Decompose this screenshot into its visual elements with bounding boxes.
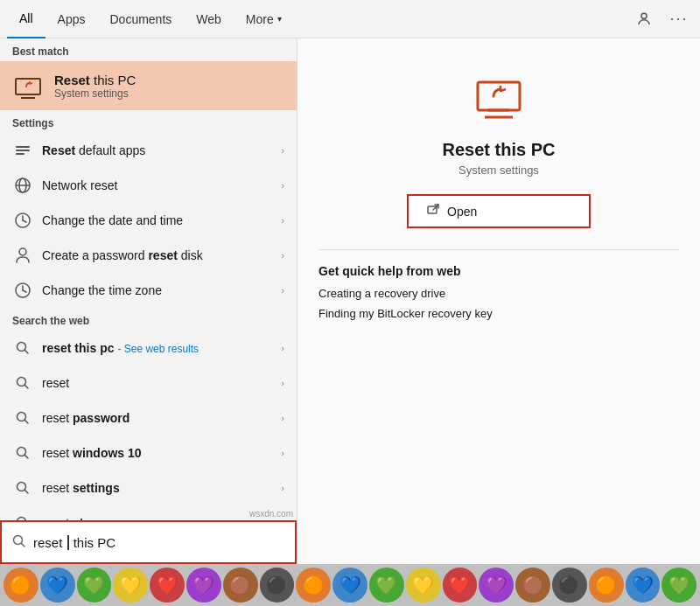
tab-more[interactable]: More ▾ [234, 0, 294, 38]
search-icon [12, 442, 33, 463]
svg-rect-6 [16, 153, 24, 155]
taskbar-app-13[interactable]: ❤️ [443, 568, 478, 603]
result-text: reset settings [42, 481, 272, 495]
separator [318, 249, 679, 250]
chevron-down-icon: ▾ [277, 14, 282, 24]
taskbar-app-11[interactable]: 💚 [369, 568, 404, 603]
right-subtitle: System settings [458, 164, 539, 177]
reset-pc-icon [12, 70, 44, 101]
taskbar-app-19[interactable]: 💚 [662, 568, 696, 603]
taskbar-app-17[interactable]: 🟠 [589, 568, 624, 603]
result-text: Change the date and time [42, 213, 272, 227]
search-icon [12, 373, 33, 394]
result-text: Network reset [42, 178, 272, 192]
watermark: wsxdn.com [249, 509, 293, 519]
svg-line-35 [433, 205, 438, 210]
left-panel: Best match Reset this PC [0, 38, 298, 564]
svg-rect-31 [478, 82, 520, 110]
taskbar-app-7[interactable]: 🟤 [223, 568, 258, 603]
timezone-icon [12, 280, 33, 301]
settings-change-time-zone[interactable]: Change the time zone › [0, 273, 297, 308]
tab-apps[interactable]: Apps [46, 0, 98, 38]
taskbar-app-2[interactable]: 💙 [40, 568, 75, 603]
taskbar-app-15[interactable]: 🟤 [515, 568, 550, 603]
tab-web[interactable]: Web [184, 0, 234, 38]
chevron-right-icon: › [281, 378, 284, 388]
taskbar-app-18[interactable]: 💙 [626, 568, 661, 603]
settings-change-date-time[interactable]: Change the date and time › [0, 203, 297, 238]
recovery-drive-link[interactable]: Creating a recovery drive [318, 287, 445, 300]
settings-reset-default-apps[interactable]: Reset default apps › [0, 133, 297, 168]
svg-line-22 [25, 421, 29, 424]
web-reset-password[interactable]: reset password › [0, 401, 297, 435]
taskbar-app-6[interactable]: 💜 [186, 568, 221, 603]
best-match-item[interactable]: Reset this PC System settings [0, 61, 297, 110]
taskbar-app-8[interactable]: ⚫ [260, 568, 295, 603]
search-bar[interactable]: reset this PC [0, 520, 297, 564]
person-icon[interactable] [630, 5, 658, 33]
chevron-right-icon: › [281, 145, 284, 156]
taskbar-app-4[interactable]: 💛 [113, 568, 148, 603]
chevron-right-icon: › [281, 483, 284, 493]
taskbar-app-5[interactable]: ❤️ [150, 568, 185, 603]
svg-line-18 [25, 351, 29, 354]
search-icon [12, 477, 33, 498]
network-icon [12, 175, 33, 196]
svg-line-16 [23, 290, 26, 292]
top-nav: All Apps Documents Web More ▾ ··· [0, 0, 700, 38]
open-label: Open [447, 205, 477, 219]
open-button[interactable]: Open [407, 194, 591, 228]
web-reset-settings[interactable]: reset settings › [0, 470, 297, 505]
main-content: Best match Reset this PC [0, 38, 700, 564]
taskbar-app-14[interactable]: 💜 [479, 568, 514, 603]
result-text: Create a password reset disk [42, 248, 272, 262]
svg-point-13 [19, 248, 26, 255]
result-text: reset windows 10 [42, 446, 272, 460]
cursor [63, 535, 68, 550]
svg-rect-4 [16, 146, 30, 148]
taskbar-app-16[interactable]: ⚫ [552, 568, 587, 603]
svg-line-24 [25, 456, 29, 459]
chevron-right-icon: › [281, 413, 284, 423]
right-title: Reset this PC [443, 140, 556, 160]
taskbar-app-3[interactable]: 💚 [77, 568, 112, 603]
search-icon [12, 512, 33, 520]
results-scroll[interactable]: Best match Reset this PC [0, 38, 297, 520]
result-text: Change the time zone [42, 283, 272, 297]
quick-help-title: Get quick help from web [318, 264, 461, 278]
settings-password-reset-disk[interactable]: Create a password reset disk › [0, 238, 297, 273]
web-reset-this-pc[interactable]: reset this pc - See web results › [0, 331, 297, 366]
svg-rect-1 [16, 79, 40, 94]
chevron-right-icon: › [281, 343, 284, 353]
result-text: Reset default apps [42, 143, 272, 157]
web-reset[interactable]: reset › [0, 366, 297, 401]
taskbar: 🟠 💙 💚 💛 ❤️ 💜 🟤 ⚫ 🟠 💙 💚 💛 ❤️ 💜 🟤 ⚫ 🟠 💙 💚 [0, 564, 700, 606]
taskbar-app-12[interactable]: 💛 [406, 568, 441, 603]
tab-all[interactable]: All [7, 0, 46, 38]
chevron-right-icon: › [281, 180, 284, 191]
best-match-title: Reset this PC [54, 73, 284, 87]
svg-line-26 [25, 491, 29, 494]
svg-point-0 [641, 13, 647, 18]
web-search-label: Search the web [0, 308, 297, 331]
more-options-icon[interactable]: ··· [665, 5, 693, 33]
settings-network-reset[interactable]: Network reset › [0, 168, 297, 203]
reset-pc-big-icon [467, 65, 530, 128]
chevron-right-icon: › [281, 448, 284, 458]
best-match-subtitle: System settings [54, 87, 284, 100]
svg-rect-5 [16, 150, 30, 151]
taskbar-app-1[interactable]: 🟠 [4, 568, 38, 603]
web-reset-windows-10[interactable]: reset windows 10 › [0, 435, 297, 470]
right-panel: Reset this PC System settings Open Get q… [298, 38, 700, 564]
clock-icon [12, 210, 33, 231]
chevron-right-icon: › [281, 215, 284, 226]
bitlocker-link[interactable]: Finding my BitLocker recovery key [318, 307, 493, 320]
result-text: reset this pc - See web results [42, 341, 272, 355]
svg-line-12 [23, 220, 26, 222]
svg-line-20 [25, 386, 29, 389]
taskbar-app-9[interactable]: 🟠 [296, 568, 331, 603]
search-input[interactable]: reset this PC [33, 535, 284, 550]
taskbar-app-10[interactable]: 💙 [332, 568, 368, 603]
tab-documents[interactable]: Documents [97, 0, 184, 38]
search-icon [12, 338, 33, 359]
